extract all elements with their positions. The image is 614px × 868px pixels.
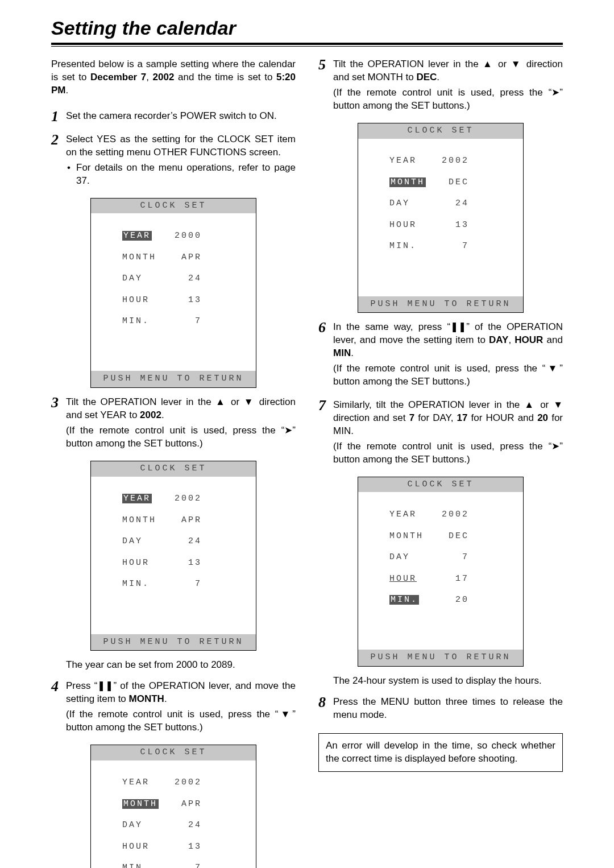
step-2-bullet: For details on the menu operations, refe… (66, 162, 296, 188)
step-number: 4 (51, 676, 59, 696)
screen-title: CLOCK SET (358, 123, 523, 139)
step-number: 3 (51, 392, 59, 412)
screen-footer: PUSH MENU TO RETURN (91, 634, 256, 651)
step-7: 7 Similarly, tilt the OPERATION lever in… (318, 399, 563, 466)
step-number: 7 (318, 395, 326, 415)
step-7-sub: (If the remote control unit is used, pre… (333, 440, 563, 466)
step-number: 1 (51, 106, 59, 126)
step-8: 8 Press the MENU button three times to r… (318, 696, 563, 722)
step-7-note: The 24-hour system is used to display th… (318, 675, 563, 688)
step-4-sub: (If the remote control unit is used, pre… (66, 708, 296, 734)
screen-title: CLOCK SET (358, 477, 523, 493)
clock-set-screen-c: CLOCK SET YEAR2002 MONTHAPR DAY24 HOUR13… (90, 745, 256, 868)
step-4: 4 Press “❚❚” of the OPERATION lever, and… (51, 680, 296, 734)
clock-set-screen-e: CLOCK SET YEAR2002 MONTHDEC DAY7 HOUR17 … (358, 477, 524, 667)
left-column: Presented below is a sample setting wher… (51, 58, 296, 868)
screen-footer: PUSH MENU TO RETURN (358, 650, 523, 666)
step-2: 2 Select YES as the setting for the CLOC… (51, 133, 296, 188)
step-text: Set the camera recorder’s POWER switch t… (66, 110, 277, 121)
right-column: 5 Tilt the OPERATION lever in the ▲ or ▼… (318, 58, 563, 868)
step-number: 6 (318, 317, 326, 337)
step-5-sub: (If the remote control unit is used, pre… (333, 86, 563, 113)
step-number: 5 (318, 55, 326, 75)
step-6-sub: (If the remote control unit is used, pre… (333, 362, 563, 388)
page-title: Setting the calendar (51, 17, 563, 39)
screen-title: CLOCK SET (91, 199, 256, 214)
screen-title: CLOCK SET (91, 461, 256, 477)
step-3-sub: (If the remote control unit is used, pre… (66, 424, 296, 450)
clock-set-screen-b: CLOCK SET YEAR2002 MONTHAPR DAY24 HOUR13… (90, 461, 256, 651)
step-3-note: The year can be set from 2000 to 2089. (51, 659, 296, 672)
clock-set-screen-a: CLOCK SET YEAR2000 MONTHAPR DAY24 HOUR13… (90, 198, 256, 388)
step-number: 2 (51, 130, 59, 150)
step-text: Press the MENU button three times to rel… (333, 696, 563, 720)
title-rule-thick (51, 43, 563, 45)
title-rule-thin (51, 46, 563, 47)
intro-text: Presented below is a sample setting wher… (51, 58, 296, 97)
screen-footer: PUSH MENU TO RETURN (358, 296, 523, 313)
step-5: 5 Tilt the OPERATION lever in the ▲ or ▼… (318, 58, 563, 113)
step-1: 1 Set the camera recorder’s POWER switch… (51, 110, 296, 123)
step-text: Select YES as the setting for the CLOCK … (66, 134, 296, 158)
clock-set-screen-d: CLOCK SET YEAR2002 MONTHDEC DAY24 HOUR13… (358, 123, 524, 313)
screen-title: CLOCK SET (91, 745, 256, 760)
warning-box: An error will develop in the time, so ch… (318, 733, 563, 772)
step-3: 3 Tilt the OPERATION lever in the ▲ or ▼… (51, 396, 296, 450)
step-number: 8 (318, 692, 326, 712)
screen-footer: PUSH MENU TO RETURN (91, 371, 256, 387)
step-6: 6 In the same way, press “❚❚” of the OPE… (318, 321, 563, 388)
